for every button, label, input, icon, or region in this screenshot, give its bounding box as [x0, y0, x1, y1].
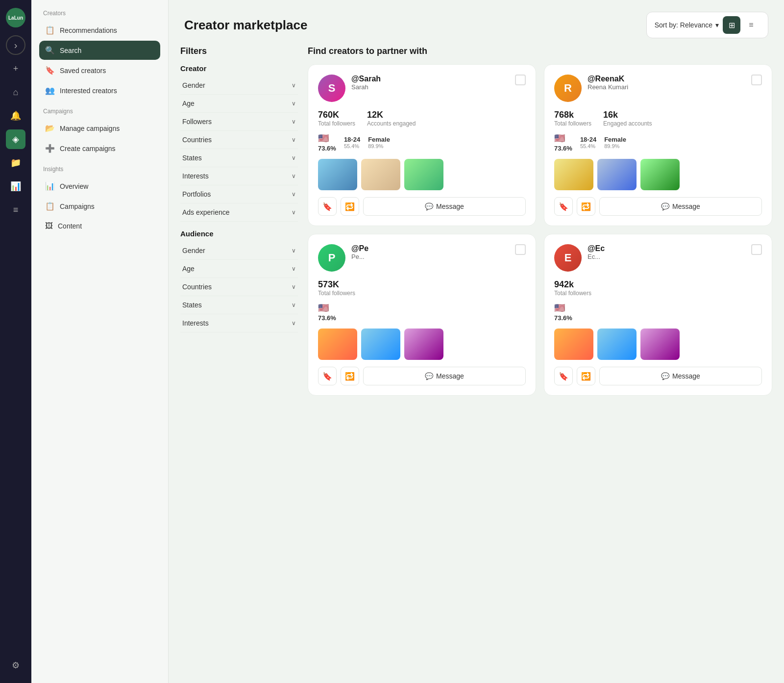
sidebar-item-search[interactable]: 🔍 Search	[39, 41, 160, 60]
sidebar-item-content[interactable]: 🖼 Content	[39, 217, 160, 235]
settings-icon[interactable]: ⚙	[6, 656, 25, 675]
flag-stat: 🇺🇸 73.6%	[318, 133, 336, 152]
audience-filter-interests[interactable]: Interests∨	[180, 314, 298, 332]
creator-filter-countries[interactable]: Countries∨	[180, 131, 298, 149]
age-stat: 18-24 55.4%	[344, 136, 360, 149]
app-logo[interactable]: LaLun	[6, 8, 25, 27]
card-actions: 🔖 🔁 💬 Message	[554, 367, 762, 385]
saved-creators-label: Saved creators	[60, 67, 106, 75]
sidebar-item-overview[interactable]: 📊 Overview	[39, 177, 160, 196]
audience-filter-gender[interactable]: Gender∨	[180, 242, 298, 260]
sort-bar: Sort by: Relevance ▾ ⊞ ≡	[646, 12, 768, 38]
creator-handle: @Sarah	[351, 75, 515, 83]
sidebar-item-saved-creators[interactable]: 🔖 Saved creators	[39, 61, 160, 80]
creator-select-checkbox[interactable]	[751, 244, 762, 255]
search-icon: 🔍	[45, 46, 55, 55]
save-creator-button[interactable]: 🔖	[318, 197, 337, 216]
message-creator-button[interactable]: 💬 Message	[599, 197, 762, 216]
recommendations-icon: 📋	[45, 25, 55, 35]
menu-icon[interactable]: ≡	[6, 200, 25, 220]
audience-filter-age[interactable]: Age∨	[180, 260, 298, 278]
save-creator-button[interactable]: 🔖	[554, 367, 573, 385]
main-content: Creator marketplace Sort by: Relevance ▾…	[169, 0, 784, 683]
creator-card-reena: R @ReenaK Reena Kumari 768k Total follow…	[544, 64, 772, 226]
creator-thumbnail	[404, 159, 443, 190]
icon-bar: LaLun › + ⌂ 🔔 ◈ 📁 📊 ≡ ⚙	[0, 0, 31, 683]
share-creator-button[interactable]: 🔁	[341, 197, 359, 216]
creator-select-checkbox[interactable]	[751, 75, 762, 85]
creator-select-checkbox[interactable]	[515, 244, 526, 255]
recommendations-label: Recommendations	[60, 26, 117, 34]
sidebar-item-campaigns-insight[interactable]: 📋 Campaigns	[39, 197, 160, 216]
campaigns-section-label: Campaigns	[39, 108, 160, 115]
share-creator-button[interactable]: 🔁	[577, 197, 595, 216]
audience-filter-states[interactable]: States∨	[180, 296, 298, 314]
sidebar-item-manage-campaigns[interactable]: 📂 Manage campaigns	[39, 119, 160, 138]
sidebar-item-interested-creators[interactable]: 👥 Interested creators	[39, 81, 160, 100]
flag-stat: 🇺🇸 73.6%	[554, 303, 572, 322]
followers-stat: 760K Total followers	[318, 110, 355, 127]
message-creator-button[interactable]: 💬 Message	[363, 197, 526, 216]
creator-filter-states[interactable]: States∨	[180, 149, 298, 167]
plus-icon[interactable]: +	[6, 59, 25, 78]
sort-dropdown[interactable]: Sort by: Relevance ▾	[655, 21, 719, 29]
creator-card-sarah: S @Sarah Sarah 760K Total followers 12K …	[308, 64, 536, 226]
creator-thumbnail	[318, 159, 357, 190]
sidebar-item-create-campaigns[interactable]: ➕ Create campaigns	[39, 139, 160, 158]
creator-thumbnail	[361, 159, 400, 190]
analytics-icon[interactable]: 📊	[6, 177, 25, 196]
creator-select-checkbox[interactable]	[515, 75, 526, 85]
audience-row: 🇺🇸 73.6% 18-24 55.4% Female 89.9%	[318, 133, 526, 152]
insights-section-label: Insights	[39, 166, 160, 173]
save-creator-button[interactable]: 🔖	[318, 367, 337, 385]
creator-filter-gender[interactable]: Gender∨	[180, 76, 298, 95]
save-creator-button[interactable]: 🔖	[554, 197, 573, 216]
audience-filter-countries[interactable]: Countries∨	[180, 278, 298, 296]
gender-stat: Female 89.9%	[368, 136, 390, 149]
creator-filter-followers[interactable]: Followers∨	[180, 113, 298, 131]
creator-avatar: R	[554, 75, 582, 102]
creator-filter-ads-experience[interactable]: Ads experience∨	[180, 203, 298, 222]
chevron-down-icon: ∨	[292, 209, 296, 216]
message-icon: 💬	[425, 372, 433, 380]
creator-thumbnail	[597, 329, 637, 360]
stats-row: 942k Total followers	[554, 279, 762, 297]
flag-stat: 🇺🇸 73.6%	[318, 303, 336, 322]
content-icon: 🖼	[45, 222, 53, 230]
grid-view-button[interactable]: ⊞	[723, 16, 740, 34]
creator-name: Pe...	[351, 253, 515, 260]
creator-filter-portfolios[interactable]: Portfolios∨	[180, 185, 298, 203]
chevron-down-icon: ∨	[292, 265, 296, 272]
stats-row: 768k Total followers 16k Engaged account…	[554, 110, 762, 127]
sidebar-item-recommendations[interactable]: 📋 Recommendations	[39, 21, 160, 40]
creators-grid: S @Sarah Sarah 760K Total followers 12K …	[308, 64, 772, 396]
campaigns-insight-icon: 📋	[45, 202, 55, 211]
followers-stat: 942k Total followers	[554, 279, 591, 297]
share-creator-button[interactable]: 🔁	[341, 367, 359, 385]
filters-panel: Filters Creator Gender∨Age∨Followers∨Cou…	[180, 38, 298, 671]
thumbnails	[318, 329, 526, 360]
share-creator-button[interactable]: 🔁	[577, 367, 595, 385]
creator-filter-interests[interactable]: Interests∨	[180, 167, 298, 185]
card-actions: 🔖 🔁 💬 Message	[318, 367, 526, 385]
chevron-down-icon: ∨	[292, 100, 296, 107]
creator-name: Ec...	[588, 253, 751, 260]
home-icon[interactable]: ⌂	[6, 82, 25, 102]
chevron-down-icon: ∨	[292, 136, 296, 143]
campaigns-nav-icon[interactable]: 📁	[6, 153, 25, 173]
message-creator-button[interactable]: 💬 Message	[363, 367, 526, 385]
card-info: @Pe Pe...	[345, 244, 515, 260]
bell-icon[interactable]: 🔔	[6, 106, 25, 126]
expand-icon[interactable]: ›	[6, 35, 25, 55]
creator-filter-age[interactable]: Age∨	[180, 95, 298, 113]
message-creator-button[interactable]: 💬 Message	[599, 367, 762, 385]
list-view-button[interactable]: ≡	[742, 16, 760, 34]
creator-filters: Gender∨Age∨Followers∨Countries∨States∨In…	[180, 76, 298, 222]
create-campaigns-label: Create campaigns	[60, 145, 116, 152]
chevron-down-icon: ∨	[292, 82, 296, 89]
marketplace-icon[interactable]: ◈	[6, 129, 25, 149]
creator-thumbnail	[318, 329, 357, 360]
page-header: Creator marketplace Sort by: Relevance ▾…	[169, 0, 784, 38]
card-actions: 🔖 🔁 💬 Message	[318, 197, 526, 216]
creator-card-pe: P @Pe Pe... 573K Total followers 🇺🇸 73.6…	[308, 234, 536, 396]
